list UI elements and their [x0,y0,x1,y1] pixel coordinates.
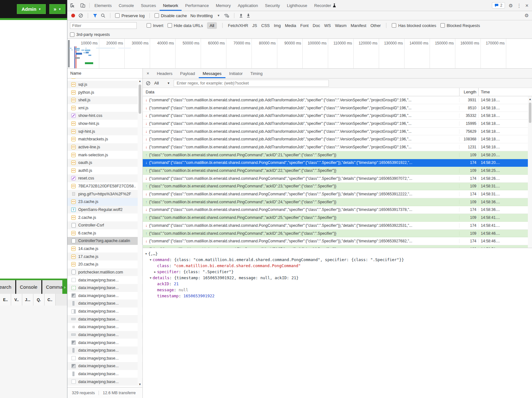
request-row[interactable]: <>show-hint.js [67,120,142,128]
scroll-down-icon[interactable]: ▼ [138,382,142,387]
third-party-checkbox[interactable]: 3rd-party requests [70,32,110,37]
expanded-arrow-icon[interactable]: ▼ [149,275,153,281]
devtools-tab-memory[interactable]: Memory [212,0,234,11]
message-row[interactable]: ↓{"command":{"class":"com.matillion.bi.e… [143,222,532,230]
record-icon[interactable] [71,14,75,17]
devtools-tab-sources[interactable]: Sources [137,0,160,11]
devtools-tab-elements[interactable]: Elements [91,0,115,11]
requests-column-header[interactable]: Name [67,69,142,78]
tree-line[interactable]: ▼details: {timestamp: 1650653901922, mes… [143,275,532,281]
close-detail-icon[interactable]: × [143,69,153,78]
request-row[interactable]: <>matchbrackets.js [67,135,142,143]
scroll-up-icon[interactable]: ▲ [528,97,532,101]
detail-tab-initiator[interactable]: Initiator [225,69,247,78]
tree-line[interactable]: timestamp: 1650653901922 [143,293,532,299]
filter-pill-doc[interactable]: Doc [313,23,320,28]
scrollbar-thumb[interactable] [529,103,531,123]
column-length[interactable]: Length [459,88,478,96]
request-row[interactable]: Controller-Csrf [67,221,142,229]
tree-line[interactable]: message: null [143,287,532,293]
scroll-up-icon[interactable]: ▲ [138,79,142,83]
hide-data-urls-checkbox[interactable]: Hide data URLs [168,23,203,28]
message-row[interactable]: ↓{"command":{"class":"com.matillion.bi.e… [143,159,532,167]
import-har-icon[interactable] [239,13,243,18]
request-row[interactable]: Controller?org.apache.catalin [67,237,142,245]
panel-expand-chevron[interactable]: › [62,280,67,294]
network-conditions-icon[interactable] [224,13,229,18]
request-row[interactable]: data:image/png;base... [67,323,142,331]
detail-tab-timing[interactable]: Timing [246,69,266,78]
message-row[interactable]: ↑{"class":"com.matillion.bi.emerald.shar… [143,198,532,206]
request-row[interactable]: data:image/png;base... [67,362,142,370]
filter-pill-all[interactable]: All [207,22,217,29]
filter-pill-ws[interactable]: WS [324,23,331,28]
app-mini-tab[interactable]: C.. [45,294,56,306]
filter-pill-css[interactable]: CSS [261,23,270,28]
blocked-requests-checkbox[interactable]: Blocked Requests [440,23,480,28]
request-row[interactable]: data:image/png;base... [67,378,142,386]
message-type-select[interactable]: All ▼ [154,81,170,85]
request-row[interactable]: data:image/png;base... [67,284,142,292]
message-row[interactable]: ↑{"class":"com.matillion.bi.emerald.shar… [143,245,532,248]
request-row[interactable]: data:image/png;base... [67,354,142,362]
request-row[interactable]: data:image/png;base... [67,276,142,284]
detail-tab-headers[interactable]: Headers [153,69,176,78]
request-row[interactable]: <>mark-selection.js [67,151,142,159]
search-icon[interactable] [101,13,105,18]
message-regex-input[interactable] [174,80,329,87]
settings-gear-icon[interactable]: ⚙ [509,3,513,8]
devtools-tab-application[interactable]: Application [234,0,262,11]
request-row[interactable]: data:image/png;base... [67,315,142,323]
clear-icon[interactable] [79,13,83,18]
message-row[interactable]: ↓{"command":{"class":"com.matillion.bi.e… [143,135,532,143]
request-row[interactable]: <>6.cache.js [67,229,142,237]
request-row[interactable]: TOpenSans-Regular.woff2 [67,206,142,214]
message-row[interactable]: ↓{"command":{"class":"com.matillion.bi.e… [143,143,532,151]
expanded-arrow-icon[interactable]: ▼ [149,257,153,263]
expand-menu-button[interactable]: » ▼ [49,4,66,14]
admin-menu-button[interactable]: Admin ▼ [17,4,46,14]
app-mini-tab[interactable]: E.. [0,294,11,306]
devtools-tab-network[interactable]: Network [160,0,182,11]
tree-line[interactable]: ▼command: {class: "com.matillion.bi.emer… [143,257,532,263]
tree-line[interactable]: class: "com.matillion.bi.emerald.shared.… [143,263,532,269]
app-mini-tab[interactable]: V.. [11,294,22,306]
request-row[interactable]: show-hint.css [67,112,142,120]
detail-tab-payload[interactable]: Payload [176,69,199,78]
inspect-element-icon[interactable] [67,0,78,11]
request-row[interactable]: <>auth0.js [67,167,142,175]
devtools-tab-lighthouse[interactable]: Lighthouse [283,0,311,11]
request-row[interactable]: <>7BEA732B120DFE58F27CD58... [67,182,142,190]
request-row[interactable]: <> [67,78,142,81]
column-data[interactable]: Data [143,88,459,96]
message-row[interactable]: ↓{"command":{"class":"com.matillion.bi.e… [143,237,532,245]
request-row[interactable]: portchecker.matillion.com [67,268,142,276]
collapsed-arrow-icon[interactable]: ▶ [153,269,157,275]
request-row[interactable]: <>sql.js [67,81,142,89]
message-row[interactable]: ↓{"command":{"class":"com.matillion.bi.e… [143,120,532,128]
app-mini-tab[interactable]: Q. [33,294,45,306]
request-row[interactable]: <>14.cache.js [67,245,142,253]
request-row[interactable]: reset.css [67,174,142,182]
column-time[interactable]: Time [478,88,527,96]
message-row[interactable]: ↓{"command":{"class":"com.matillion.bi.e… [143,96,532,104]
issues-badge[interactable]: 2 [492,2,505,9]
close-icon[interactable]: × [525,3,529,8]
request-row[interactable]: data:image/png;base... [67,347,142,354]
clear-messages-icon[interactable] [146,81,150,85]
kebab-menu-icon[interactable]: ⋮ [517,3,522,8]
requests-scrollbar[interactable]: ▲ ▼ [138,79,142,387]
request-row[interactable]: data:image/png;base... [67,331,142,339]
disable-cache-checkbox[interactable]: Disable cache [155,13,187,18]
request-row[interactable]: data:image/png;base... [67,339,142,347]
request-row[interactable]: <>17.cache.js [67,253,142,260]
request-row[interactable]: <>python.js [67,88,142,96]
request-row[interactable]: <>oauth.js [67,159,142,167]
message-row[interactable]: ↓{"command":{"class":"com.matillion.bi.e… [143,104,532,112]
request-row[interactable]: data:image/png;base... [67,370,142,378]
tree-line[interactable]: ▼{,…} [143,251,532,257]
filter-pill-fetch-xhr[interactable]: Fetch/XHR [228,23,248,28]
network-overview-timeline[interactable]: 10000 ms20000 ms30000 ms40000 ms50000 ms… [67,39,532,69]
request-row[interactable]: ping.gif?u=https%3A%2F%2F [67,190,142,198]
request-row[interactable]: <>2.cache.js [67,213,142,221]
